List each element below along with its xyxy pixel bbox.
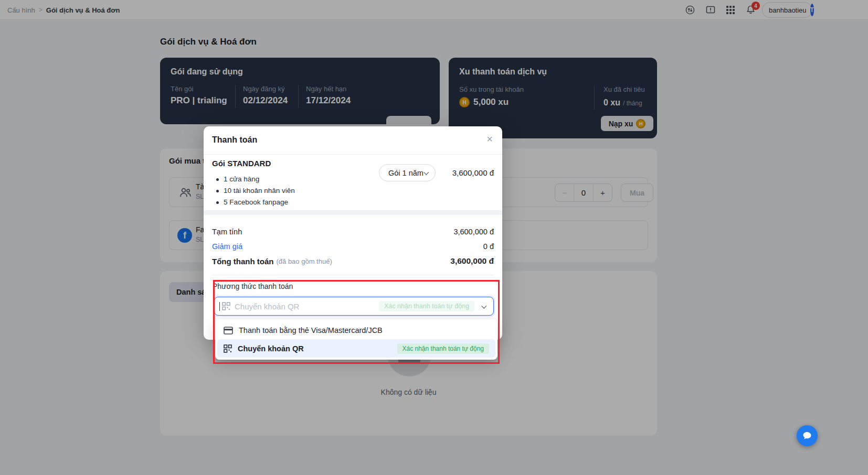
plan-features: 1 cửa hàng 10 tài khoản nhân viên 5 Face… <box>216 174 295 208</box>
option-label: Chuyển khoản QR <box>238 344 304 353</box>
option-label: Thanh toán bằng thẻ Visa/Mastercard/JCB <box>239 326 383 334</box>
app-screen: Cấu hình > Gói dịch vụ & Hoá đơn 4 banhb… <box>0 0 868 475</box>
payment-method-label: Phương thức thanh toán <box>213 282 293 290</box>
plan-feature: 10 tài khoản nhân viên <box>216 185 295 197</box>
divider <box>212 275 494 275</box>
total-row: Tổng thanh toán (đã bao gồm thuế) 3,600,… <box>212 256 494 266</box>
total-label: Tổng thanh toán <box>212 257 273 266</box>
payment-method-dropdown: Thanh toán bằng thẻ Visa/Mastercard/JCB … <box>215 319 497 360</box>
section-divider <box>204 210 502 215</box>
credit-card-icon <box>224 327 233 334</box>
chat-button[interactable] <box>797 425 818 446</box>
close-icon[interactable]: × <box>486 134 493 144</box>
duration-select-value: Gói 1 năm <box>388 169 424 177</box>
plan-feature: 5 Facebook fanpage <box>216 197 295 208</box>
discount-value: 0 đ <box>483 242 494 251</box>
discount-row: Giảm giá 0 đ <box>212 241 494 252</box>
payment-method-select[interactable]: Chuyển khoản QR Xác nhận thanh toán tự đ… <box>214 297 494 316</box>
duration-select[interactable]: Gói 1 năm <box>379 164 436 181</box>
chevron-down-icon <box>481 303 486 308</box>
plan-feature: 1 cửa hàng <box>216 174 295 185</box>
payment-select-value: Chuyển khoản QR <box>235 302 299 311</box>
plan-price: 3,600,000 đ <box>452 168 494 177</box>
payment-select-hint: Xác nhận thanh toán tự động <box>379 301 474 311</box>
subtotal-row: Tạm tính 3,600,000 đ <box>212 226 494 237</box>
chevron-down-icon <box>424 170 429 175</box>
discount-link[interactable]: Giảm giá <box>212 242 242 251</box>
plan-name: Gói STANDARD <box>212 159 271 168</box>
payment-modal: Thanh toán × Gói STANDARD 1 cửa hàng 10 … <box>204 126 502 340</box>
chat-icon <box>802 430 812 441</box>
total-value: 3,600,000 đ <box>450 256 494 266</box>
auto-confirm-badge: Xác nhận thanh toán tự động <box>397 343 490 354</box>
subtotal-label: Tạm tính <box>212 228 242 236</box>
qr-code-icon <box>224 344 232 353</box>
total-note: (đã bao gồm thuế) <box>276 257 332 265</box>
option-card-payment[interactable]: Thanh toán bằng thẻ Visa/Mastercard/JCB <box>217 321 495 339</box>
text-cursor <box>219 302 220 311</box>
modal-title: Thanh toán <box>212 135 257 145</box>
subtotal-value: 3,600,000 đ <box>453 228 494 236</box>
divider <box>204 154 502 155</box>
option-qr-transfer[interactable]: Chuyển khoản QR Xác nhận thanh toán tự đ… <box>217 339 495 358</box>
qr-code-icon <box>222 302 230 310</box>
